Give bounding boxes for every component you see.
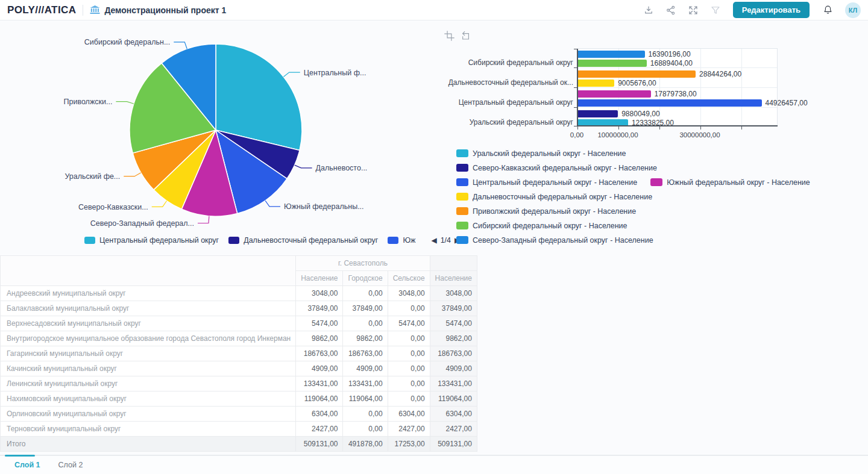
pie-legend-item[interactable]: Юж [388,236,415,245]
bell-icon[interactable] [817,2,839,18]
row-name-cell: Гагаринский муниципальный округ [1,346,296,361]
pie-legend-item[interactable]: Дальневосточный федеральный округ [228,236,378,245]
legend-label: Сибирский федеральный округ - Население [473,222,627,230]
table-row[interactable]: Терновский муниципальный округ2427,000,0… [1,422,477,437]
reset-selection-icon[interactable] [460,31,470,43]
bar-6[interactable] [577,110,618,117]
gridline-horizontal [577,87,777,88]
row-value-cell: 0,00 [343,286,388,301]
pie-callout-label: Центральный ф... [304,69,366,77]
header-actions: Редактировать КЛ [638,2,861,18]
x-tick [618,126,619,129]
table-row[interactable]: Внутригородское муниципальное образовани… [1,331,477,346]
table-total-row: Итого509131,00491878,0017253,00509131,00 [1,437,477,452]
row-value-cell: 6304,00 [296,407,343,422]
row-value-cell: 37849,00 [343,301,388,316]
row-value-cell: 0,00 [343,422,388,437]
row-value-cell: 119064,00 [430,391,477,407]
row-value-cell: 133431,00 [296,376,343,391]
bar-legend-item[interactable]: Дальневосточный федеральный округ - Насе… [456,193,652,201]
legend-swatch [456,222,468,229]
row-value-cell: 186763,00 [430,346,477,361]
pie-chart: Центральный ф...Дальневосто...Южный феде… [0,27,440,239]
x-axis-line [577,125,778,126]
row-value-cell: 37849,00 [296,301,343,316]
pie-legend: Центральный федеральный округДальневосто… [84,234,422,246]
table-row[interactable]: Верхнесадовский муниципальный округ5474,… [1,316,477,331]
row-value-cell: 5474,00 [430,316,477,331]
table-row[interactable]: Андреевский муниципальный округ3048,000,… [1,286,477,301]
table-row[interactable]: Нахимовский муниципальный округ119064,00… [1,391,477,407]
gridline-horizontal [577,107,777,108]
bar-value-label: 17879738,00 [655,90,697,98]
pie-callout-label: Южный федеральны... [284,202,364,211]
row-value-cell: 6304,00 [388,407,430,422]
bar-legend-item[interactable]: Уральский федеральный округ - Население [456,149,626,158]
active-tab-underline [5,455,35,457]
legend-swatch [650,178,662,186]
y-tick [574,107,577,108]
pie-callout-line [265,201,280,207]
bar-legend-item[interactable]: Южный федеральный округ - Население [650,178,810,187]
bar-legend-item[interactable]: Центральный федеральный округ - Населени… [456,178,637,187]
pager-prev-icon[interactable]: ◀ [431,236,436,245]
legend-label: Южный федеральный округ - Население [667,178,810,187]
row-value-cell: 0,00 [388,391,430,407]
bar-legend-row: Уральский федеральный округ - Население [456,149,810,157]
bar-chart-widget: Сибирский федеральный округДальневосточн… [440,27,868,250]
download-icon[interactable] [638,2,660,18]
legend-swatch [456,164,468,172]
row-value-cell: 3048,00 [430,286,477,301]
table-row[interactable]: Качинский муниципальный округ4909,004909… [1,361,477,376]
x-tick [700,126,701,129]
tab-layer-1[interactable]: Слой 1 [14,461,40,469]
bar-legend-item[interactable]: Северо-Западный федеральный округ - Насе… [456,236,653,245]
pie-legend-item[interactable]: Центральный федеральный округ [84,236,219,245]
bar-legend-item[interactable]: Северо-Кавказский федеральный округ - На… [456,164,657,172]
bar-0[interactable] [577,51,645,58]
crop-selection-icon[interactable] [444,31,454,43]
table-empty-header [430,256,477,271]
legend-label: Центральный федеральный округ - Населени… [473,178,637,187]
legend-label: Дальневосточный федеральный округ [244,236,378,245]
row-value-cell: 2427,00 [388,422,430,437]
fullscreen-icon[interactable] [682,2,705,18]
table-column-header: Городское [343,271,388,286]
row-name-cell: Балаклавский муниципальный округ [1,301,296,316]
bar-2[interactable] [577,70,696,78]
bar-5[interactable] [577,99,762,107]
row-value-cell: 133431,00 [343,376,388,391]
y-tick [574,87,577,88]
bar-4[interactable] [577,90,651,98]
edit-button[interactable]: Редактировать [733,2,810,18]
row-value-cell: 5474,00 [296,316,343,331]
bar-value-label: 9005676,00 [618,79,656,87]
filter-icon[interactable] [705,2,727,18]
row-value-cell: 133431,00 [430,376,477,391]
bar-1[interactable] [577,60,647,67]
row-name-cell: Орлиновский муниципальный округ [1,407,296,422]
share-icon[interactable] [660,2,682,18]
bar-value-label: 16889404,00 [650,59,693,67]
user-avatar[interactable]: КЛ [845,2,861,18]
table-group-header: г. Севастополь [296,256,430,271]
legend-swatch [456,236,468,244]
bar-value-label: 16390196,00 [649,50,691,58]
tab-layer-2[interactable]: Слой 2 [58,461,83,469]
legend-swatch [84,237,95,244]
pivot-table: г. СевастопольНаселениеГородскоеСельское… [0,255,477,452]
bar-legend-item[interactable]: Приволжский федеральный округ - Населени… [456,207,636,216]
table-row[interactable]: Гагаринский муниципальный округ186763,00… [1,346,477,361]
row-value-cell: 2427,00 [296,422,343,437]
row-value-cell: 186763,00 [343,346,388,361]
project-bank-icon [90,5,100,14]
bar-legend-row: Северо-Западный федеральный округ - Насе… [456,236,810,244]
legend-swatch [456,149,468,157]
bar-3[interactable] [577,80,614,87]
table-row[interactable]: Ленинский муниципальный округ133431,0013… [1,376,477,391]
bar-value-label: 28844264,00 [699,70,741,78]
bar-legend-item[interactable]: Сибирский федеральный округ - Население [456,222,627,230]
y-axis-line [577,49,578,126]
table-row[interactable]: Орлиновский муниципальный округ6304,000,… [1,407,477,422]
table-row[interactable]: Балаклавский муниципальный округ37849,00… [1,301,477,316]
